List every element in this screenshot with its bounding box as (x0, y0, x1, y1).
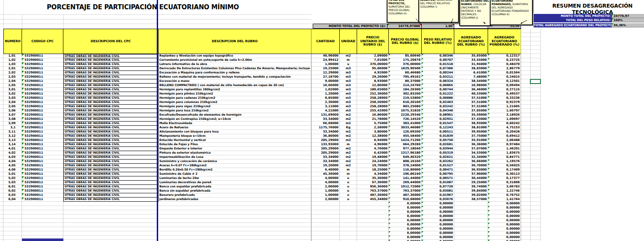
cell-agregado-rubro[interactable]: 38,93000 (454, 122, 488, 126)
cell-cantidad[interactable] (311, 214, 340, 219)
cell-precio-unitario[interactable]: 4,96000 (357, 143, 389, 147)
cell-cantidad[interactable]: 45,36000 (311, 172, 340, 176)
cell-descripcion-rubro[interactable]: Hormigón para vigas 210kg/cm2 (158, 105, 311, 109)
cell-unidad[interactable] (340, 236, 357, 240)
cell-descripcion-cpc[interactable]: OTRAS OBRAS DE INGENIERIA CIVIL (63, 126, 158, 130)
cell-precio-unitario[interactable]: 29,26000 (357, 75, 389, 79)
cell-cantidad[interactable]: 1,00000 (311, 62, 340, 67)
cell-codigo-cpc[interactable]: 532900011 (22, 176, 63, 181)
cell-precio-unitario[interactable] (357, 202, 389, 206)
cell-numero[interactable]: 5,03 (3, 181, 22, 185)
cell-descripcion-cpc[interactable]: OTRAS OBRAS DE INGENIERIA CIVIL (63, 185, 158, 189)
cell-descripcion-rubro[interactable]: Enlucido Horizontal y vertical (158, 138, 311, 143)
cell-descripcion-cpc[interactable] (63, 227, 158, 231)
cell-descripcion-cpc[interactable]: OTRAS OBRAS DE INGENIERIA CIVIL (63, 160, 158, 164)
cell-descripcion-rubro[interactable]: Excavación a mano (158, 79, 311, 84)
column-header-precio-global[interactable]: PRECIO GLOBAL DEL RUBRO ($) (389, 29, 422, 54)
cell-codigo-cpc[interactable]: 532900011 (22, 160, 63, 164)
cell-descripcion-cpc[interactable]: OTRAS OBRAS DE INGENIERIA CIVIL (63, 109, 158, 113)
cell-descripcion-rubro[interactable]: Banca sin espaldar prefabricada (158, 189, 311, 193)
cell-peso-relativo[interactable]: 0,01967 (422, 193, 454, 198)
cell-precio-unitario[interactable]: 956,36000 (357, 185, 389, 189)
cell-unidad[interactable]: m (340, 168, 357, 172)
cell-cantidad[interactable] (311, 231, 340, 236)
cell-cantidad[interactable]: 33,34000 (311, 160, 340, 164)
cell-cantidad[interactable]: 131,69000 (311, 113, 340, 117)
cell-precio-global[interactable]: 0,00000 (389, 223, 422, 227)
cell-descripcion-rubro[interactable]: Aceras h=0.07 f'c=180kg/cm2 (158, 164, 311, 168)
cell-agregado-ponderado[interactable]: 1,22746 (488, 189, 521, 193)
cell-codigo-cpc[interactable]: 532900011 (22, 155, 63, 160)
cell-descripcion-cpc[interactable] (63, 202, 158, 206)
cell-descripcion-rubro[interactable]: Enlucido de Fajas y Filos (158, 143, 311, 147)
cell-cantidad[interactable]: 205,29000 (311, 147, 340, 151)
cell-agregado-rubro[interactable]: 37,75000 (454, 134, 488, 138)
cell-precio-global[interactable]: 376,00000 (389, 62, 422, 67)
cell-cantidad[interactable]: 6,40000 (311, 168, 340, 172)
cell-agregado-rubro[interactable] (454, 223, 488, 227)
cell-descripcion-rubro[interactable] (158, 231, 311, 236)
cell-agregado-rubro[interactable]: 37,07000 (454, 147, 488, 151)
cell-peso-relativo[interactable]: 0,00000 (422, 202, 454, 206)
cell-descripcion-cpc[interactable]: OTRAS OBRAS DE INGENIERIA CIVIL (63, 147, 158, 151)
cell-codigo-cpc[interactable]: 532900011 (22, 75, 63, 79)
cell-agregado-rubro[interactable]: 39,74000 (454, 185, 488, 189)
cell-precio-global[interactable]: 0,00000 (389, 202, 422, 206)
column-header-cantidad[interactable]: CANTIDAD (311, 29, 340, 54)
column-header-precio-unitario[interactable]: PRECIO UNITARIO DEL RUBRO ($) (357, 29, 389, 54)
cell-descripcion-cpc[interactable]: OTRAS OBRAS DE INGENIERIA CIVIL (63, 113, 158, 117)
cell-cantidad[interactable]: 4,00000 (311, 181, 340, 185)
cell-numero[interactable]: 6,02 (3, 189, 22, 193)
cell-agregado-ponderado[interactable]: 0,23725 (488, 58, 521, 62)
cell-descripcion-cpc[interactable]: OTRAS OBRAS DE INGENIERIA CIVIL (63, 117, 158, 122)
cell-precio-unitario[interactable]: 376,00000 (357, 62, 389, 67)
cell-descripcion-cpc[interactable]: OTRAS OBRAS DE INGENIERIA CIVIL (63, 122, 158, 126)
cell-numero[interactable]: 3,04 (3, 100, 22, 105)
cell-numero[interactable]: 2,05 (3, 84, 22, 88)
cell-precio-global[interactable]: 80,37000 (389, 79, 422, 84)
cell-agregado-ponderado[interactable]: 0,00000 (488, 219, 521, 223)
cell-codigo-cpc[interactable]: 532900011 (22, 100, 63, 105)
cell-agregado-rubro[interactable]: 36,46000 (454, 88, 488, 92)
cell-numero[interactable] (3, 210, 22, 214)
cell-precio-global[interactable]: 1829,90500 (389, 67, 422, 71)
cell-peso-relativo[interactable]: 0,03081 (422, 189, 454, 193)
cell-agregado-ponderado[interactable]: 2,86779 (488, 67, 521, 71)
cell-unidad[interactable] (340, 206, 357, 210)
cell-agregado-rubro[interactable]: 35,65000 (454, 54, 488, 58)
cell-agregado-ponderado[interactable]: 0,60242 (488, 122, 521, 126)
cell-descripcion-cpc[interactable] (63, 210, 158, 214)
cell-precio-global[interactable]: 1424,71260 (389, 138, 422, 143)
cell-peso-relativo[interactable]: 0,04340 (422, 109, 454, 113)
cell-descripcion-cpc[interactable]: OTRAS OBRAS DE INGENIERIA CIVIL (63, 143, 158, 147)
cell-descripcion-rubro[interactable]: Empaste Exterior e Interior (158, 147, 311, 151)
cell-numero[interactable]: 4,04 (3, 160, 22, 164)
cell-precio-unitario[interactable]: 2,09000 (357, 54, 389, 58)
cell-descripcion-cpc[interactable]: OTRAS OBRAS DE INGENIERIA CIVIL (63, 88, 158, 92)
cell-unidad[interactable]: u (340, 193, 357, 198)
cell-agregado-rubro[interactable]: 7,48000 (454, 75, 488, 79)
cell-codigo-cpc[interactable] (22, 206, 63, 210)
cell-descripcion-rubro[interactable]: Hormigón para columnas 210kg/cm2 (158, 100, 311, 105)
cell-descripcion-rubro[interactable]: Banca con espaldar prefabricada (158, 185, 311, 189)
cell-descripcion-cpc[interactable]: OTRAS OBRAS DE INGENIERIA CIVIL (63, 67, 158, 71)
cell-unidad[interactable]: m (340, 172, 357, 176)
cell-precio-global[interactable]: 2220,29340 (389, 113, 422, 117)
cell-numero[interactable]: 3,06 (3, 109, 22, 113)
cell-unidad[interactable]: u (340, 62, 357, 67)
column-header-codigo-cpc[interactable]: CODIGO CPC (22, 29, 63, 54)
column-header-unidad[interactable]: UNIDAD (340, 29, 357, 54)
cell-agregado-rubro[interactable]: 6,41000 (454, 71, 488, 75)
cell-agregado-rubro[interactable]: 39,95000 (454, 130, 488, 134)
cell-precio-global[interactable]: 664,29280 (389, 143, 422, 147)
cell-peso-relativo[interactable]: 0,03242 (422, 105, 454, 109)
cell-descripcion-cpc[interactable]: OTRAS OBRAS DE INGENIERIA CIVIL (63, 138, 158, 143)
cell-agregado-ponderado[interactable]: 0,00000 (488, 202, 521, 206)
cell-cantidad[interactable]: 3,11000 (311, 105, 340, 109)
cell-peso-relativo[interactable]: 0,07386 (422, 67, 454, 71)
cell-agregado-rubro[interactable]: 39,02000 (454, 193, 488, 198)
cell-precio-unitario[interactable]: 12,86000 (357, 84, 389, 88)
cell-agregado-rubro[interactable]: 37,43000 (454, 117, 488, 122)
cell-peso-relativo[interactable]: 0,00471 (422, 168, 454, 172)
cell-codigo-cpc[interactable]: 532900011 (22, 79, 63, 84)
